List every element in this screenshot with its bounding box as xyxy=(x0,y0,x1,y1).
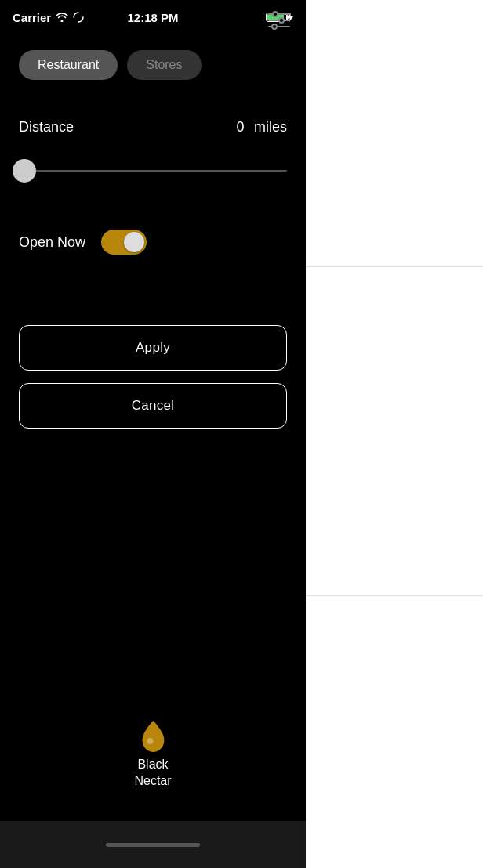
svg-point-2 xyxy=(273,12,278,16)
category-buttons: Restaurant Stores xyxy=(19,50,287,80)
open-now-toggle[interactable] xyxy=(101,230,147,255)
slider-thumb[interactable] xyxy=(13,159,36,183)
status-time: 12:18 PM xyxy=(127,11,178,24)
distance-value: 0 xyxy=(237,119,245,135)
apply-button[interactable]: Apply xyxy=(19,325,287,371)
distance-header: Distance 0 miles xyxy=(19,119,287,136)
right-panel xyxy=(306,0,483,868)
svg-point-0 xyxy=(74,13,83,22)
loading-icon xyxy=(73,12,84,23)
wifi-icon xyxy=(56,13,68,22)
filter-icon xyxy=(267,11,291,30)
cancel-button[interactable]: Cancel xyxy=(19,383,287,429)
distance-slider[interactable] xyxy=(19,159,287,183)
status-bar: Carrier 12:18 PM xyxy=(0,0,306,34)
right-divider-bottom xyxy=(306,595,483,596)
distance-unit: miles xyxy=(254,119,287,135)
svg-point-6 xyxy=(272,24,277,29)
distance-value-group: 0 miles xyxy=(237,119,287,136)
home-indicator xyxy=(106,843,200,847)
carrier-label: Carrier xyxy=(13,11,51,24)
toggle-thumb xyxy=(124,232,144,252)
filter-panel: Carrier 12:18 PM xyxy=(0,0,306,868)
restaurant-button[interactable]: Restaurant xyxy=(19,50,118,80)
brand-name: Black Nectar xyxy=(134,757,171,790)
open-now-label: Open Now xyxy=(19,234,85,251)
distance-section: Distance 0 miles xyxy=(19,119,287,183)
right-divider-top xyxy=(306,266,483,267)
filter-icon-button[interactable] xyxy=(265,11,293,33)
brand-section: Black Nectar xyxy=(134,719,171,790)
svg-point-7 xyxy=(147,738,153,744)
distance-label: Distance xyxy=(19,119,74,136)
stores-button[interactable]: Stores xyxy=(127,50,201,80)
status-left: Carrier xyxy=(13,11,84,24)
filter-content: Restaurant Stores Distance 0 miles O xyxy=(0,50,306,429)
svg-point-4 xyxy=(279,18,284,23)
open-now-section: Open Now xyxy=(19,230,287,255)
slider-track xyxy=(19,170,287,172)
brand-logo-icon xyxy=(139,719,167,754)
bottom-bar xyxy=(0,821,306,868)
action-buttons: Apply Cancel xyxy=(19,325,287,429)
